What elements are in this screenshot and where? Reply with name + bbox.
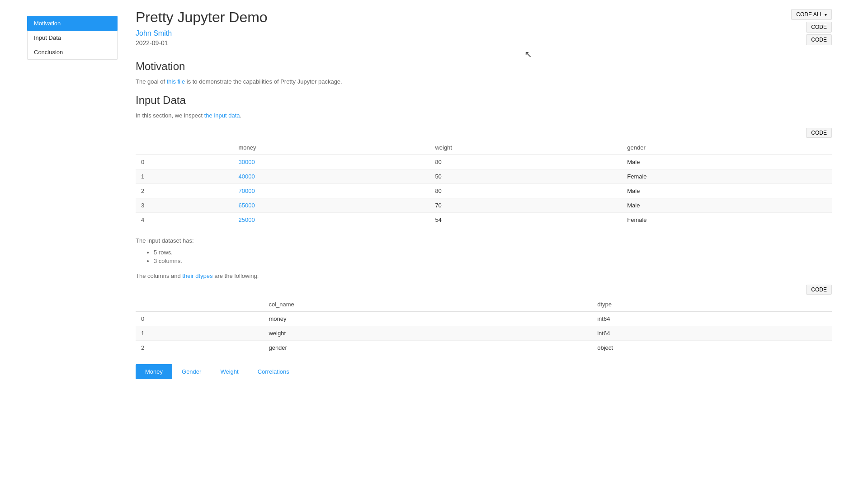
- sidebar-item-input-data[interactable]: Input Data: [27, 31, 118, 45]
- table-row: 2 70000 80 Male: [136, 183, 832, 198]
- cursor-icon: ↖: [524, 49, 532, 60]
- table1-header-money: money: [233, 141, 430, 155]
- code-btn-row-2: CODE: [136, 285, 832, 295]
- cell-weight: 80: [429, 183, 622, 198]
- input-data-intro-rest: .: [240, 112, 242, 119]
- table-row: 1 40000 50 Female: [136, 169, 832, 183]
- cell-index: 2: [136, 183, 233, 198]
- tab-weight[interactable]: Weight: [211, 364, 248, 379]
- cell-weight: 70: [429, 198, 622, 212]
- table-row: 3 65000 70 Male: [136, 198, 832, 212]
- cell-col-name: weight: [263, 326, 592, 341]
- dataset-bullets: 5 rows, 3 columns.: [136, 249, 832, 264]
- cell-col-name: gender: [263, 341, 592, 355]
- doc-author: John Smith: [136, 29, 832, 38]
- cell-money: 25000: [233, 212, 430, 227]
- table-row: 2 gender object: [136, 341, 832, 355]
- code-all-area: CODE ALL ▾ CODE CODE: [791, 9, 832, 45]
- input-data-intro: In this section, we inspect the input da…: [136, 111, 832, 121]
- cell-money: 40000: [233, 169, 430, 183]
- code-button-1[interactable]: CODE: [806, 22, 832, 33]
- dtype-text-prefix: The columns and: [136, 272, 182, 279]
- code-button-table1[interactable]: CODE: [806, 128, 832, 138]
- code-all-label: CODE ALL: [796, 11, 823, 18]
- cell-gender: Male: [622, 198, 832, 212]
- table2-header-index: [136, 297, 263, 312]
- tab-correlations[interactable]: Correlations: [248, 364, 299, 379]
- cell-index: 1: [136, 169, 233, 183]
- table2-header-dtype: dtype: [592, 297, 832, 312]
- cell-dtype: int64: [592, 312, 832, 326]
- table1-header-weight: weight: [429, 141, 622, 155]
- cell-weight: 50: [429, 169, 622, 183]
- cell-money: 65000: [233, 198, 430, 212]
- motivation-text-plain: The goal of: [136, 78, 167, 85]
- cell-gender: Male: [622, 155, 832, 169]
- dataset-info-prefix: The input dataset has:: [136, 236, 832, 246]
- motivation-text-link[interactable]: this file: [167, 78, 185, 85]
- cell-index: 0: [136, 155, 233, 169]
- table1-header-index: [136, 141, 233, 155]
- dtype-info-text: The columns and their dtypes are the fol…: [136, 272, 832, 281]
- sidebar-item-motivation[interactable]: Motivation: [27, 16, 118, 31]
- doc-date: 2022-09-01: [136, 39, 832, 47]
- code-button-table2[interactable]: CODE: [806, 285, 832, 295]
- code-all-arrow-icon: ▾: [825, 12, 827, 17]
- data-table-1: money weight gender 0 30000 80 Male 1 40…: [136, 141, 832, 227]
- input-data-intro-plain: In this section, we inspect: [136, 112, 204, 119]
- cell-weight: 80: [429, 155, 622, 169]
- table-row: 0 30000 80 Male: [136, 155, 832, 169]
- cell-index: 2: [136, 341, 263, 355]
- cell-col-name: money: [263, 312, 592, 326]
- code-all-button[interactable]: CODE ALL ▾: [791, 9, 832, 20]
- data-table-2: col_name dtype 0 money int64 1 weight in…: [136, 297, 832, 355]
- sidebar: Motivation Input Data Conclusion: [27, 7, 118, 488]
- doc-title: Pretty Jupyter Demo: [136, 9, 832, 26]
- cell-gender: Female: [622, 212, 832, 227]
- code-btn-row-1: CODE: [136, 128, 832, 138]
- input-data-intro-link[interactable]: the input data: [204, 112, 240, 119]
- motivation-title: Motivation: [136, 60, 832, 73]
- cell-index: 4: [136, 212, 233, 227]
- table-row: 0 money int64: [136, 312, 832, 326]
- cell-gender: Female: [622, 169, 832, 183]
- dtype-text-rest: are the following:: [213, 272, 259, 279]
- cell-index: 0: [136, 312, 263, 326]
- table-row: 1 weight int64: [136, 326, 832, 341]
- cell-money: 30000: [233, 155, 430, 169]
- bullet-cols: 3 columns.: [154, 258, 832, 264]
- code-button-2[interactable]: CODE: [806, 34, 832, 45]
- cell-dtype: object: [592, 341, 832, 355]
- cell-money: 70000: [233, 183, 430, 198]
- main-content: CODE ALL ▾ CODE CODE ↖ Pretty Jupyter De…: [118, 0, 868, 488]
- table1-header-gender: gender: [622, 141, 832, 155]
- motivation-text-rest: is to demonstrate the capabilities of Pr…: [185, 78, 342, 85]
- cell-index: 3: [136, 198, 233, 212]
- cell-gender: Male: [622, 183, 832, 198]
- bullet-rows: 5 rows,: [154, 249, 832, 256]
- cell-dtype: int64: [592, 326, 832, 341]
- table2-header-col-name: col_name: [263, 297, 592, 312]
- cell-weight: 54: [429, 212, 622, 227]
- motivation-text: The goal of this file is to demonstrate …: [136, 77, 832, 87]
- tab-money[interactable]: Money: [136, 364, 172, 379]
- sidebar-item-conclusion[interactable]: Conclusion: [27, 45, 118, 60]
- tab-gender[interactable]: Gender: [172, 364, 211, 379]
- input-data-title: Input Data: [136, 94, 832, 107]
- cell-index: 1: [136, 326, 263, 341]
- tab-bar: Money Gender Weight Correlations: [136, 364, 832, 379]
- table-row: 4 25000 54 Female: [136, 212, 832, 227]
- dtype-text-link[interactable]: their dtypes: [182, 272, 212, 279]
